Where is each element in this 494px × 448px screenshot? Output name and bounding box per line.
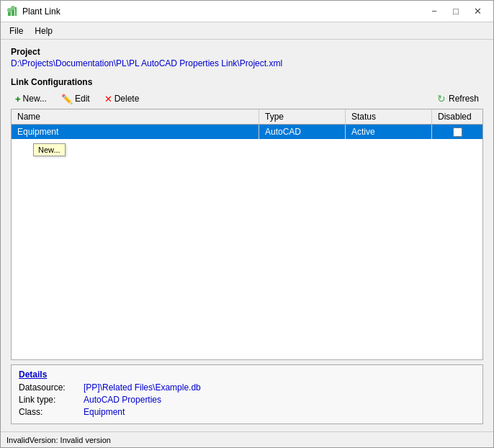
cell-disabled: [432, 125, 482, 139]
app-icon: [6, 6, 18, 17]
delete-icon: ✕: [104, 94, 112, 104]
details-panel: Details Datasource: [PP]\Related Files\E…: [11, 364, 483, 424]
edit-icon: ✏️: [61, 94, 73, 104]
cell-status: Active: [346, 125, 432, 139]
menu-bar: File Help: [1, 22, 493, 40]
header-status: Status: [346, 109, 432, 124]
detail-linktype-row: Link type: AutoCAD Properties: [19, 395, 475, 405]
table-body: New... Equipment AutoCAD Active: [12, 125, 482, 359]
toolbar: + New... ✏️ Edit ✕ Delete ↻ Refresh: [11, 91, 483, 106]
table-row[interactable]: Equipment AutoCAD Active: [12, 125, 482, 139]
window-title: Plant Link: [22, 6, 424, 17]
detail-datasource-row: Datasource: [PP]\Related Files\Example.d…: [19, 382, 475, 393]
refresh-label: Refresh: [449, 94, 479, 104]
title-bar: Plant Link − □ ✕: [1, 1, 493, 22]
project-path: D:\Projects\Documentation\PL\PL AutoCAD …: [11, 58, 483, 68]
datasource-key: Datasource:: [19, 382, 84, 393]
datasource-value: [PP]\Related Files\Example.db: [84, 382, 201, 393]
edit-button[interactable]: ✏️ Edit: [57, 92, 94, 106]
status-message: InvalidVersion: Invalid version: [6, 436, 111, 444]
new-label: New...: [23, 94, 47, 104]
link-configs-label: Link Configurations: [11, 77, 483, 87]
toolbar-left: + New... ✏️ Edit ✕ Delete: [11, 92, 433, 106]
class-key: Class:: [19, 407, 84, 417]
details-title: Details: [19, 369, 475, 380]
main-content: Project D:\Projects\Documentation\PL\PL …: [1, 40, 493, 431]
linktype-key: Link type:: [19, 395, 84, 405]
edit-label: Edit: [75, 94, 90, 104]
refresh-icon: ↻: [437, 93, 446, 104]
menu-file[interactable]: File: [4, 24, 29, 37]
new-tooltip: New...: [33, 143, 66, 156]
plus-icon: +: [15, 94, 21, 104]
refresh-button[interactable]: ↻ Refresh: [433, 91, 483, 106]
class-value: Equipment: [84, 407, 125, 417]
new-button[interactable]: + New...: [11, 92, 51, 106]
table-header: Name Type Status Disabled: [12, 109, 482, 125]
close-button[interactable]: ✕: [467, 4, 488, 19]
header-type: Type: [259, 109, 346, 124]
disabled-checkbox[interactable]: [453, 127, 462, 137]
status-bar: InvalidVersion: Invalid version: [1, 431, 493, 447]
svg-point-4: [11, 6, 15, 10]
cell-name: Equipment: [12, 125, 259, 139]
delete-label: Delete: [114, 94, 140, 104]
header-name: Name: [12, 109, 259, 124]
detail-class-row: Class: Equipment: [19, 407, 475, 417]
menu-help[interactable]: Help: [29, 24, 58, 37]
link-configs-table: Name Type Status Disabled New... Equipme…: [11, 109, 483, 360]
main-window: Plant Link − □ ✕ File Help Project D:\Pr…: [0, 0, 494, 448]
maximize-button[interactable]: □: [446, 4, 466, 19]
delete-button[interactable]: ✕ Delete: [100, 92, 144, 106]
project-label: Project: [11, 47, 483, 57]
header-disabled: Disabled: [432, 109, 482, 124]
cell-type: AutoCAD: [259, 125, 346, 139]
svg-point-3: [7, 8, 12, 12]
linktype-value: AutoCAD Properties: [84, 395, 161, 405]
svg-rect-2: [15, 7, 17, 16]
title-bar-buttons: − □ ✕: [424, 4, 488, 19]
minimize-button[interactable]: −: [424, 4, 444, 19]
svg-rect-1: [12, 9, 14, 16]
